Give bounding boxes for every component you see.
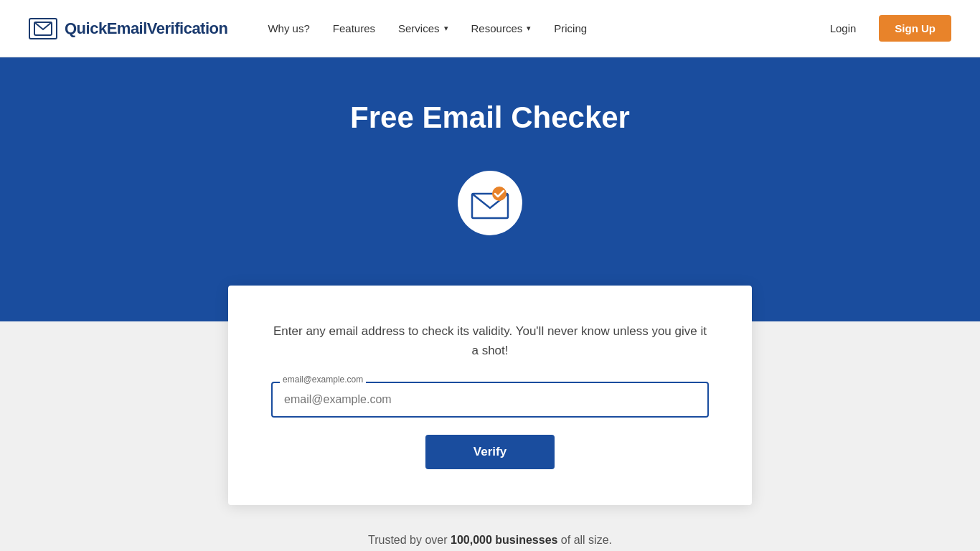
logo-icon	[29, 18, 57, 39]
nav-features[interactable]: Features	[321, 17, 387, 40]
header: QuickEmailVerification Why us? Features …	[0, 0, 980, 57]
email-check-icon	[471, 187, 509, 220]
signup-button[interactable]: Sign Up	[879, 15, 951, 42]
nav-resources[interactable]: Resources	[460, 17, 543, 40]
hero-title: Free Email Checker	[29, 100, 951, 135]
main-nav: Why us? Features Services Resources Pric…	[256, 17, 818, 40]
trusted-section: Trusted by over 100,000 businesses of al…	[0, 505, 980, 551]
email-input[interactable]	[271, 382, 709, 418]
email-input-wrapper: email@example.com	[271, 382, 709, 418]
nav-pricing[interactable]: Pricing	[542, 17, 598, 40]
nav-services[interactable]: Services	[387, 17, 460, 40]
hero-section: Free Email Checker	[0, 57, 980, 321]
verify-button[interactable]: Verify	[425, 435, 555, 469]
trusted-text: Trusted by over 100,000 businesses of al…	[29, 534, 951, 547]
logo[interactable]: QuickEmailVerification	[29, 18, 227, 39]
trusted-highlight: 100,000 businesses	[451, 534, 557, 546]
card-wrapper: Enter any email address to check its val…	[0, 286, 980, 505]
header-actions: Login Sign Up	[819, 15, 951, 42]
email-icon-container	[458, 171, 522, 235]
login-button[interactable]: Login	[819, 17, 868, 40]
nav-why-us[interactable]: Why us?	[256, 17, 321, 40]
logo-text: QuickEmailVerification	[65, 19, 227, 38]
email-checker-card: Enter any email address to check its val…	[228, 286, 752, 505]
card-description: Enter any email address to check its val…	[271, 321, 709, 360]
email-input-label: email@example.com	[280, 375, 366, 385]
